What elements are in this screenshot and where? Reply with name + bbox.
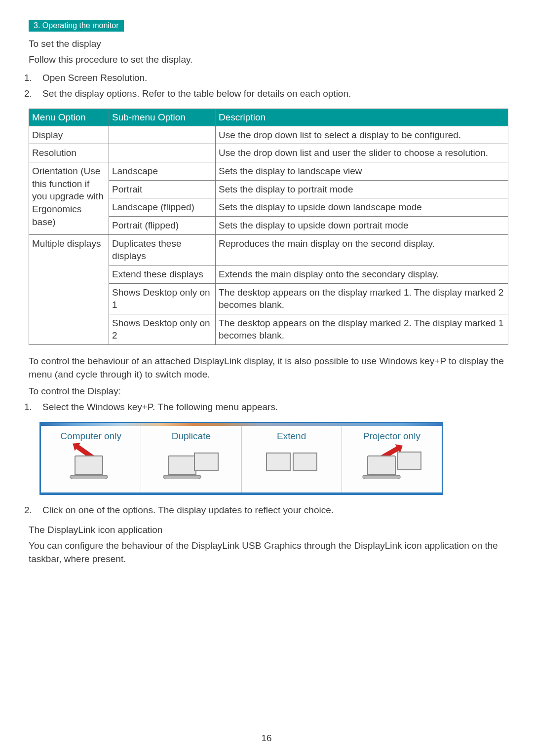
cell-desc: Sets the display to portrait mode: [216, 180, 508, 198]
cell-desc: Sets the display to landscape view: [216, 162, 508, 181]
cell-sub: Landscape (flipped): [109, 198, 216, 217]
heading-set-display: To set the display: [29, 38, 508, 49]
para-control-behaviour: To control the behaviour of an attached …: [29, 355, 508, 381]
computer-only-icon: [61, 449, 120, 483]
display-mode-menu-topbar: [39, 422, 443, 426]
cell-sub: Duplicates these displays: [109, 234, 216, 265]
para-follow-procedure: Follow this procedure to set the display…: [29, 53, 508, 67]
para-icon-app: You can configure the behaviour of the D…: [29, 539, 508, 566]
cell-sub: Portrait (flipped): [109, 216, 216, 234]
cell-sub: [109, 126, 216, 144]
cell-sub: Shows Desktop only on 2: [109, 314, 216, 344]
cell-desc: Use the drop down list and user the slid…: [216, 144, 508, 162]
cell-desc: Use the drop down list to select a displ…: [216, 126, 508, 144]
th-sub-menu-option: Sub-menu Option: [109, 109, 216, 126]
display-mode-menu: Computer only Duplicate Extend Projector…: [39, 422, 443, 495]
cell-desc: Sets the display to upside down landscap…: [216, 198, 508, 217]
cell-desc: Reproduces the main display on the secon…: [216, 234, 508, 265]
step-open-screen-resolution: Open Screen Resolution.: [35, 72, 508, 85]
cell-menu: Display: [29, 126, 109, 144]
steps-control-display: Select the Windows key+P. The following …: [29, 401, 508, 414]
display-mode-duplicate[interactable]: Duplicate: [141, 426, 241, 492]
display-mode-projector-only[interactable]: Projector only: [342, 426, 442, 492]
cell-sub: Portrait: [109, 180, 216, 198]
table-row: Resolution Use the drop down list and us…: [29, 144, 508, 162]
table-row: Orientation (Use this function if you up…: [29, 162, 508, 181]
cell-menu: Multiple displays: [29, 234, 109, 344]
extend-icon: [262, 449, 321, 483]
table-row: Display Use the drop down list to select…: [29, 126, 508, 144]
cell-sub: [109, 144, 216, 162]
duplicate-icon: [161, 449, 221, 483]
step-click-option: Click on one of the options. The display…: [35, 504, 508, 517]
step-win-key-p: Select the Windows key+P. The following …: [35, 401, 508, 414]
table-row: Multiple displays Duplicates these displ…: [29, 234, 508, 265]
cell-menu: Resolution: [29, 144, 109, 162]
cell-menu: Orientation (Use this function if you up…: [29, 162, 109, 235]
projector-only-icon: [362, 449, 421, 483]
steps-control-display-continued: Click on one of the options. The display…: [29, 504, 508, 517]
cell-desc: The desktop appears on the display marke…: [216, 283, 508, 314]
display-mode-label: Extend: [277, 431, 306, 442]
th-description: Description: [216, 109, 508, 126]
display-mode-label: Computer only: [60, 431, 121, 442]
cell-desc: Extends the main display onto the second…: [216, 265, 508, 283]
heading-control-display: To control the Display:: [29, 386, 508, 397]
cell-desc: The desktop appears on the display marke…: [216, 314, 508, 344]
step-set-display-options: Set the display options. Refer to the ta…: [35, 87, 508, 101]
display-mode-extend[interactable]: Extend: [242, 426, 342, 492]
cell-sub: Shows Desktop only on 1: [109, 283, 216, 314]
th-menu-option: Menu Option: [29, 109, 109, 126]
page-number: 16: [0, 733, 533, 744]
display-mode-label: Projector only: [363, 431, 420, 442]
cell-desc: Sets the display to upside down portrait…: [216, 216, 508, 234]
heading-icon-app: The DisplayLink icon application: [29, 525, 508, 535]
display-mode-label: Duplicate: [172, 431, 211, 442]
steps-set-display: Open Screen Resolution. Set the display …: [29, 72, 508, 101]
display-mode-computer-only[interactable]: Computer only: [41, 426, 141, 492]
display-options-table: Menu Option Sub-menu Option Description …: [29, 109, 508, 345]
cell-sub: Extend these displays: [109, 265, 216, 283]
cell-sub: Landscape: [109, 162, 216, 181]
section-tab: 3. Operating the monitor: [29, 20, 124, 32]
